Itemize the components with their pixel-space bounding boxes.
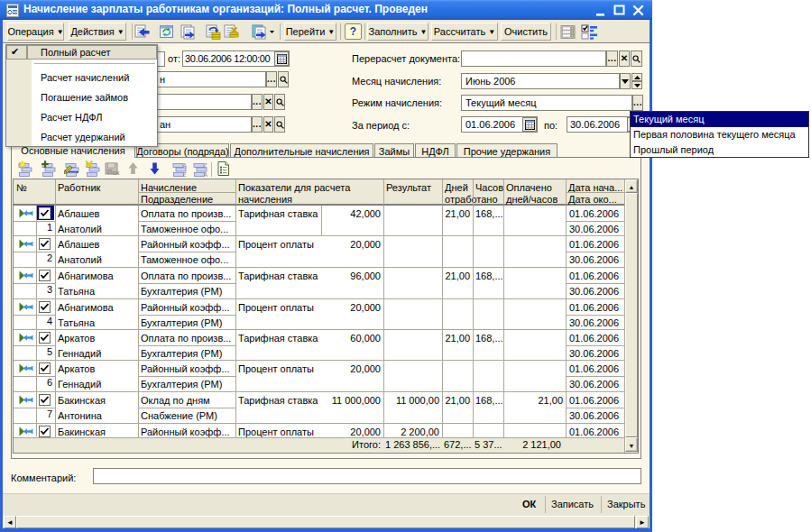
svg-text:Z: Z xyxy=(183,171,187,178)
svg-text:A: A xyxy=(204,171,208,178)
svg-text:Z: Z xyxy=(204,162,207,169)
svg-text:A: A xyxy=(183,162,188,169)
svg-text:OK: OK xyxy=(113,170,120,176)
